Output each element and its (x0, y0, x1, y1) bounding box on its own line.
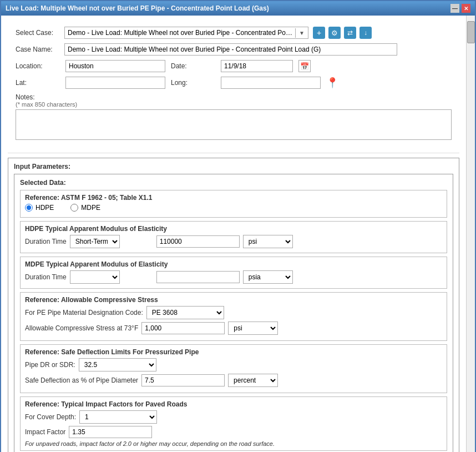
compressive-stress-title: Reference: Allowable Compressive Stress (25, 296, 442, 304)
selected-data-title: Selected Data: (20, 179, 447, 187)
safe-deflection-unit-select[interactable]: percent (228, 374, 278, 387)
window-title: Live Load: Multiple Wheel not over Burie… (6, 4, 269, 12)
compressive-stress-box: Reference: Allowable Compressive Stress … (20, 292, 447, 341)
scrollbar-thumb[interactable] (467, 21, 475, 43)
case-name-label: Case Name: (16, 46, 60, 53)
deflection-title: Reference: Safe Deflection Limits For Pr… (25, 348, 442, 356)
select-case-combo[interactable]: Demo - Live Load: Multiple Wheel not ove… (64, 27, 308, 39)
hdpe-radio-item[interactable]: HDPE (25, 204, 54, 212)
select-case-dropdown-arrow[interactable]: ▼ (295, 28, 308, 38)
mdpe-label: MDPE (81, 204, 100, 212)
main-layout: Select Case: Demo - Live Load: Multiple … (1, 16, 475, 452)
impact-note: For unpaved roads, impact factor of 2.0 … (25, 440, 442, 447)
mdpe-unit-select[interactable]: psia psi kPa (243, 270, 293, 284)
compressive-stress-row: Allowable Compressive Stress at 73°F psi… (25, 322, 442, 335)
settings-icon[interactable]: ⚙ (328, 27, 341, 39)
location-input[interactable] (65, 60, 165, 72)
date-input[interactable] (221, 60, 293, 72)
notes-sublabel: (* max 850 characters) (16, 101, 452, 108)
cover-depth-label: For Cover Depth: (25, 413, 76, 421)
input-params-section: Input Parameters: Selected Data: Referen… (8, 158, 459, 452)
pe-material-row: For PE Pipe Material Designation Code: P… (25, 306, 442, 319)
hdpe-duration-label: Duration Time (25, 238, 67, 245)
mdpe-radio-item[interactable]: MDPE (70, 204, 100, 212)
impact-factor-row: Impact Factor (25, 426, 442, 438)
case-name-input[interactable] (64, 43, 397, 56)
mdpe-duration-label: Duration Time (25, 273, 67, 281)
main-content: Select Case: Demo - Live Load: Multiple … (1, 16, 466, 452)
download-icon[interactable]: ↓ (359, 27, 372, 39)
title-bar-buttons: — ✕ (450, 4, 470, 13)
select-case-label: Select Case: (16, 29, 60, 37)
close-button[interactable]: ✕ (462, 4, 470, 13)
map-pin-icon[interactable]: 📍 (326, 77, 338, 89)
hdpe-unit-select[interactable]: psi kPa (243, 235, 293, 248)
case-name-row: Case Name: (16, 43, 452, 56)
long-label: Long: (171, 79, 215, 87)
deflection-box: Reference: Safe Deflection Limits For Pr… (20, 344, 447, 393)
notes-section: Notes: (* max 850 characters) (16, 93, 452, 142)
hdpe-radio[interactable] (25, 204, 33, 212)
hdpe-modulus-box: HDPE Typical Apparent Modulus of Elastic… (20, 221, 447, 253)
safe-deflection-row: Safe Deflection as % of Pipe Diameter pe… (25, 374, 442, 387)
calendar-icon[interactable]: 📅 (298, 60, 311, 72)
pe-material-label: For PE Pipe Material Designation Code: (25, 309, 143, 317)
safe-deflection-input[interactable] (141, 374, 225, 386)
compressive-stress-label: Allowable Compressive Stress at 73°F (25, 324, 138, 332)
pipe-dr-row: Pipe DR or SDR: 32.5 26 21 17 13.5 11 (25, 358, 442, 371)
cover-depth-row: For Cover Depth: 1 2 3 4 5 (25, 410, 442, 424)
top-form-section: Select Case: Demo - Live Load: Multiple … (8, 21, 459, 153)
mdpe-modulus-box: MDPE Typical Apparent Modulus of Elastic… (20, 257, 447, 289)
vertical-scrollbar[interactable] (466, 16, 475, 452)
safe-deflection-label: Safe Deflection as % of Pipe Diameter (25, 376, 138, 384)
impact-box: Reference: Typical Impact Factors for Pa… (20, 396, 447, 451)
selected-data-box: Selected Data: Reference: ASTM F 1962 - … (14, 174, 453, 452)
mdpe-modulus-input[interactable] (156, 271, 240, 283)
add-icon[interactable]: + (313, 27, 325, 39)
lat-input[interactable] (65, 77, 165, 89)
pipe-dr-label: Pipe DR or SDR: (25, 361, 75, 369)
long-input[interactable] (221, 77, 321, 89)
compressive-stress-input[interactable] (141, 322, 225, 334)
hdpe-mdpe-radio-row: HDPE MDPE (25, 204, 442, 212)
minimize-button[interactable]: — (450, 4, 459, 13)
pipe-dr-select[interactable]: 32.5 26 21 17 13.5 11 (79, 358, 156, 371)
location-label: Location: (16, 62, 60, 70)
mdpe-modulus-title: MDPE Typical Apparent Modulus of Elastic… (25, 260, 442, 268)
hdpe-modulus-title: HDPE Typical Apparent Modulus of Elastic… (25, 225, 442, 233)
location-date-row: Location: Date: 📅 (16, 60, 452, 72)
impact-title: Reference: Typical Impact Factors for Pa… (25, 400, 442, 408)
hdpe-label: HDPE (36, 204, 54, 212)
mdpe-radio[interactable] (70, 204, 78, 212)
hdpe-duration-select[interactable]: Short-Term Long-Term (70, 235, 120, 248)
mdpe-duration-row: Duration Time Short-Term Long-Term psia … (25, 270, 442, 284)
hdpe-modulus-input[interactable] (156, 235, 240, 248)
share-icon[interactable]: ⇄ (344, 27, 356, 39)
select-case-value: Demo - Live Load: Multiple Wheel not ove… (65, 27, 295, 38)
notes-textarea[interactable] (16, 109, 452, 140)
compressive-stress-unit-select[interactable]: psi kPa (228, 322, 278, 335)
select-case-row: Select Case: Demo - Live Load: Multiple … (16, 27, 452, 39)
mdpe-duration-select[interactable]: Short-Term Long-Term (70, 270, 120, 284)
impact-factor-input[interactable] (69, 426, 152, 438)
reference1-title: Reference: ASTM F 1962 - 05; Table X1.1 (25, 194, 442, 202)
main-window: Live Load: Multiple Wheel not over Burie… (0, 0, 476, 452)
lat-label: Lat: (16, 79, 60, 87)
impact-factor-label: Impact Factor (25, 428, 65, 436)
title-bar: Live Load: Multiple Wheel not over Burie… (1, 1, 475, 16)
lat-long-row: Lat: Long: 📍 (16, 77, 452, 89)
toolbar-icons: + ⚙ ⇄ ↓ (313, 27, 372, 39)
pe-material-select[interactable]: PE 3608 PE 4710 PE 2406 (146, 306, 224, 319)
date-label: Date: (171, 62, 215, 70)
cover-depth-select[interactable]: 1 2 3 4 5 (79, 410, 157, 424)
notes-label: Notes: (16, 93, 452, 101)
input-params-title: Input Parameters: (14, 163, 453, 170)
hdpe-duration-row: Duration Time Short-Term Long-Term psi k… (25, 235, 442, 248)
reference-astm-box: Reference: ASTM F 1962 - 05; Table X1.1 … (20, 190, 447, 218)
